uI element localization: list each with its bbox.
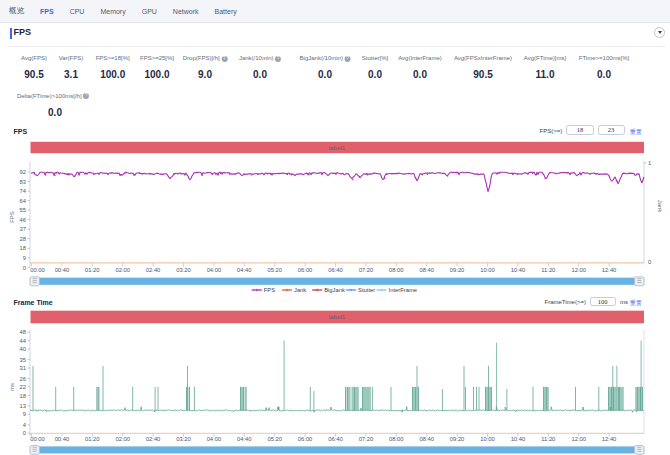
svg-text:1: 1 (648, 160, 651, 166)
svg-text:05:20: 05:20 (267, 267, 282, 273)
svg-text:08:00: 08:00 (389, 436, 404, 442)
svg-text:4: 4 (23, 422, 27, 428)
svg-text:46: 46 (20, 217, 26, 223)
svg-text:12:00: 12:00 (571, 267, 586, 273)
svg-text:label1: label1 (329, 313, 346, 320)
svg-text:02:40: 02:40 (146, 267, 161, 273)
svg-text:11:20: 11:20 (541, 267, 555, 273)
svg-text:FPS: FPS (264, 287, 275, 293)
svg-text:74: 74 (20, 188, 27, 194)
svg-text:08:00: 08:00 (389, 267, 404, 273)
svg-text:07:20: 07:20 (359, 267, 374, 273)
svg-text:label1: label1 (329, 144, 346, 151)
svg-text:ms: ms (9, 383, 15, 391)
svg-text:48: 48 (20, 329, 26, 335)
svg-text:18: 18 (20, 245, 26, 251)
svg-text:22: 22 (20, 384, 26, 390)
svg-text:InterFrame: InterFrame (389, 287, 417, 293)
svg-text:01:20: 01:20 (85, 267, 100, 273)
svg-text:37: 37 (20, 226, 26, 232)
svg-text:BigJank: BigJank (324, 287, 345, 293)
svg-text:0: 0 (23, 430, 26, 436)
svg-text:9: 9 (23, 411, 26, 417)
svg-text:Jank: Jank (294, 287, 306, 293)
svg-text:13: 13 (20, 403, 26, 409)
svg-text:03:20: 03:20 (176, 267, 191, 273)
svg-text:10:40: 10:40 (511, 267, 526, 273)
svg-text:02:40: 02:40 (146, 436, 161, 442)
svg-text:02:00: 02:00 (115, 436, 130, 442)
svg-text:04:00: 04:00 (207, 436, 222, 442)
svg-text:11:20: 11:20 (541, 436, 555, 442)
svg-text:05:20: 05:20 (267, 436, 282, 442)
svg-text:12:40: 12:40 (602, 436, 617, 442)
svg-text:02:00: 02:00 (115, 267, 130, 273)
svg-text:28: 28 (20, 236, 26, 242)
svg-text:31: 31 (20, 365, 26, 371)
svg-text:FPS: FPS (9, 211, 15, 223)
svg-text:83: 83 (20, 179, 26, 185)
svg-text:10:00: 10:00 (480, 267, 495, 273)
svg-text:04:40: 04:40 (237, 267, 252, 273)
svg-text:09:20: 09:20 (450, 436, 465, 442)
svg-text:12:40: 12:40 (602, 267, 617, 273)
svg-text:10:40: 10:40 (511, 436, 526, 442)
svg-text:06:40: 06:40 (328, 267, 343, 273)
svg-text:07:20: 07:20 (359, 436, 374, 442)
svg-text:26: 26 (20, 376, 26, 382)
svg-text:18: 18 (20, 393, 26, 399)
svg-text:09:20: 09:20 (450, 267, 465, 273)
svg-text:55: 55 (20, 207, 26, 213)
svg-text:08:40: 08:40 (419, 436, 434, 442)
svg-text:03:20: 03:20 (176, 436, 191, 442)
svg-text:92: 92 (20, 169, 26, 175)
svg-text:00:00: 00:00 (30, 267, 45, 273)
svg-text:0: 0 (23, 265, 26, 271)
svg-text:08:40: 08:40 (419, 267, 434, 273)
svg-text:00:40: 00:40 (55, 267, 70, 273)
svg-text:00:00: 00:00 (30, 436, 45, 442)
svg-text:Stutter: Stutter (358, 287, 375, 293)
svg-text:12:00: 12:00 (571, 436, 586, 442)
svg-text:9: 9 (23, 255, 26, 261)
svg-text:04:00: 04:00 (207, 267, 222, 273)
svg-text:44: 44 (20, 338, 27, 344)
svg-text:0: 0 (648, 259, 651, 265)
svg-text:00:40: 00:40 (55, 436, 70, 442)
svg-text:06:40: 06:40 (328, 436, 343, 442)
svg-text:64: 64 (20, 198, 27, 204)
svg-text:Jank: Jank (657, 200, 663, 214)
svg-text:04:40: 04:40 (237, 436, 252, 442)
svg-text:10:00: 10:00 (480, 436, 495, 442)
svg-text:06:00: 06:00 (298, 267, 313, 273)
svg-text:06:00: 06:00 (298, 436, 313, 442)
svg-text:01:20: 01:20 (85, 436, 100, 442)
svg-text:35: 35 (20, 357, 26, 363)
svg-text:40: 40 (20, 346, 26, 352)
